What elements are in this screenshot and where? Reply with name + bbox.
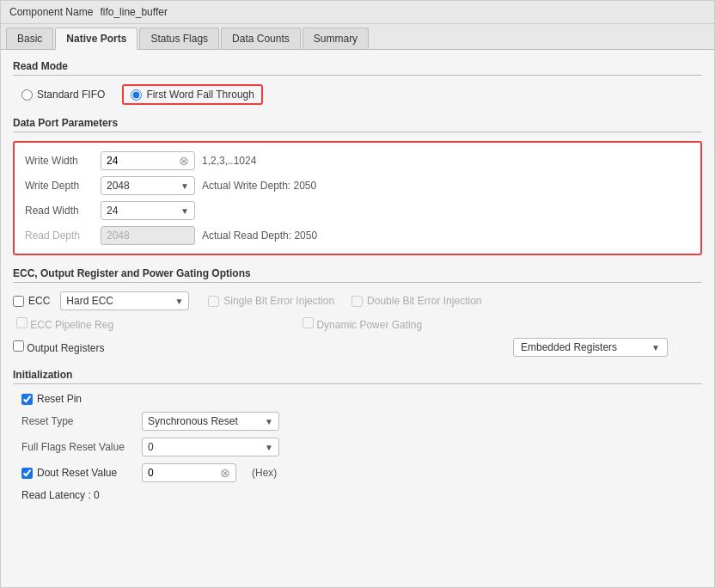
read-mode-title: Read Mode bbox=[13, 60, 702, 76]
double-bit-checkbox bbox=[351, 296, 363, 307]
tab-summary[interactable]: Summary bbox=[302, 28, 369, 49]
write-width-clear-icon[interactable]: ⊗ bbox=[179, 155, 189, 167]
ecc-checkbox-label[interactable]: ECC bbox=[13, 295, 50, 307]
dynamic-power-checkbox bbox=[302, 317, 314, 328]
write-width-row: Write Width ⊗ 1,2,3,..1024 bbox=[25, 151, 690, 170]
dout-reset-text: Dout Reset Value bbox=[37, 467, 117, 479]
embedded-registers-arrow-icon: ▼ bbox=[651, 343, 660, 352]
full-flags-value: 0 bbox=[148, 441, 154, 453]
ecc-title: ECC, Output Register and Power Gating Op… bbox=[13, 267, 702, 283]
tab-status-flags[interactable]: Status Flags bbox=[139, 28, 219, 49]
dout-reset-hint: (Hex) bbox=[252, 467, 277, 479]
output-registers-text: Output Registers bbox=[27, 342, 104, 354]
read-mode-radio-group: Standard FIFO First Word Fall Through bbox=[21, 84, 702, 105]
dynamic-power-text: Dynamic Power Gating bbox=[316, 319, 422, 331]
reset-pin-text: Reset Pin bbox=[37, 393, 82, 405]
full-flags-dropdown[interactable]: 0 ▼ bbox=[142, 438, 279, 456]
embedded-registers-dropdown[interactable]: Embedded Registers ▼ bbox=[513, 338, 668, 357]
dout-reset-checkbox[interactable] bbox=[21, 468, 33, 479]
ecc-type-dropdown[interactable]: Hard ECC ▼ bbox=[60, 291, 189, 310]
dout-reset-input-wrap[interactable]: ⊗ bbox=[142, 463, 236, 482]
output-registers-checkbox[interactable] bbox=[13, 340, 24, 352]
reset-pin-row: Reset Pin bbox=[13, 393, 702, 405]
dout-reset-input[interactable] bbox=[148, 467, 214, 479]
single-bit-text: Single Bit Error Injection bbox=[223, 295, 334, 307]
radio-standard-fifo-label: Standard FIFO bbox=[37, 89, 105, 101]
full-flags-arrow-icon: ▼ bbox=[265, 443, 273, 452]
title-bar: Component Name fifo_line_buffer bbox=[1, 1, 714, 24]
ecc-type-arrow-icon: ▼ bbox=[174, 297, 183, 306]
read-width-row: Read Width 24 ▼ bbox=[25, 201, 690, 220]
radio-standard-fifo-input[interactable] bbox=[21, 89, 33, 101]
single-bit-label: Single Bit Error Injection bbox=[208, 295, 334, 307]
radio-standard-fifo[interactable]: Standard FIFO bbox=[21, 89, 105, 101]
read-width-value: 24 bbox=[107, 205, 118, 217]
ecc-type-value: Hard ECC bbox=[66, 295, 113, 307]
reset-pin-label[interactable]: Reset Pin bbox=[21, 393, 82, 405]
tab-basic[interactable]: Basic bbox=[6, 28, 53, 49]
read-latency-text: Read Latency : 0 bbox=[21, 489, 100, 501]
output-registers-row: Output Registers Embedded Registers ▼ bbox=[13, 338, 702, 357]
single-bit-checkbox bbox=[208, 296, 219, 307]
ecc-row-2: ECC Pipeline Reg Dynamic Power Gating bbox=[16, 317, 702, 331]
output-registers-label[interactable]: Output Registers bbox=[13, 340, 104, 354]
data-port-section: Data Port Parameters Write Width ⊗ 1,2,3… bbox=[13, 117, 702, 255]
reset-type-value: Synchronous Reset bbox=[148, 415, 238, 427]
reset-type-dropdown[interactable]: Synchronous Reset ▼ bbox=[142, 412, 279, 431]
write-width-hint: 1,2,3,..1024 bbox=[202, 155, 256, 167]
dout-reset-row: Dout Reset Value ⊗ (Hex) bbox=[13, 463, 702, 482]
read-depth-input bbox=[107, 230, 173, 242]
read-depth-label: Read Depth bbox=[25, 230, 94, 242]
write-depth-hint: Actual Write Depth: 2050 bbox=[202, 180, 316, 192]
write-depth-dropdown[interactable]: 2048 ▼ bbox=[101, 176, 195, 195]
reset-type-arrow-icon: ▼ bbox=[265, 417, 273, 426]
embedded-registers-value: Embedded Registers bbox=[521, 341, 617, 353]
ecc-row-1: ECC Hard ECC ▼ Single Bit Error Injectio… bbox=[13, 291, 702, 310]
read-mode-section: Read Mode Standard FIFO First Word Fall … bbox=[13, 60, 702, 105]
initialization-section: Initialization Reset Pin Reset Type Sync… bbox=[13, 369, 702, 501]
write-depth-arrow-icon: ▼ bbox=[180, 181, 189, 191]
tab-native-ports[interactable]: Native Ports bbox=[55, 28, 138, 50]
read-width-label: Read Width bbox=[25, 205, 94, 217]
initialization-title: Initialization bbox=[13, 369, 702, 384]
double-bit-label: Double Bit Error Injection bbox=[351, 295, 481, 307]
data-port-title: Data Port Parameters bbox=[13, 117, 702, 132]
data-port-box: Write Width ⊗ 1,2,3,..1024 Write Depth 2… bbox=[13, 141, 702, 255]
full-flags-reset-row: Full Flags Reset Value 0 ▼ bbox=[13, 438, 702, 456]
radio-first-word-input[interactable] bbox=[131, 89, 142, 101]
reset-type-label: Reset Type bbox=[21, 415, 133, 427]
write-depth-value: 2048 bbox=[107, 180, 130, 192]
ecc-checkbox[interactable] bbox=[13, 296, 24, 307]
write-depth-label: Write Depth bbox=[25, 180, 94, 192]
read-width-arrow-icon: ▼ bbox=[180, 206, 189, 216]
ecc-pipeline-label: ECC Pipeline Reg bbox=[16, 317, 113, 331]
content-area: Read Mode Standard FIFO First Word Fall … bbox=[1, 50, 714, 524]
read-depth-row: Read Depth Actual Read Depth: 2050 bbox=[25, 226, 690, 245]
write-depth-row: Write Depth 2048 ▼ Actual Write Depth: 2… bbox=[25, 176, 690, 195]
read-depth-hint: Actual Read Depth: 2050 bbox=[202, 230, 317, 242]
read-latency-row: Read Latency : 0 bbox=[13, 489, 702, 501]
radio-first-word[interactable]: First Word Fall Through bbox=[122, 84, 263, 105]
write-width-input[interactable] bbox=[107, 155, 173, 167]
ecc-pipeline-checkbox bbox=[16, 317, 28, 328]
read-width-dropdown[interactable]: 24 ▼ bbox=[101, 201, 195, 220]
ecc-label-text: ECC bbox=[28, 295, 50, 307]
dout-reset-clear-icon[interactable]: ⊗ bbox=[220, 467, 230, 479]
write-width-input-wrap[interactable]: ⊗ bbox=[101, 151, 195, 170]
write-width-label: Write Width bbox=[25, 155, 94, 167]
tab-data-counts[interactable]: Data Counts bbox=[221, 28, 301, 49]
radio-first-word-label: First Word Fall Through bbox=[146, 89, 254, 101]
full-flags-label: Full Flags Reset Value bbox=[21, 441, 133, 453]
main-window: Component Name fifo_line_buffer Basic Na… bbox=[0, 0, 715, 588]
reset-pin-checkbox[interactable] bbox=[21, 394, 33, 405]
double-bit-text: Double Bit Error Injection bbox=[367, 295, 481, 307]
ecc-pipeline-text: ECC Pipeline Reg bbox=[30, 319, 113, 331]
dout-reset-label[interactable]: Dout Reset Value bbox=[21, 467, 133, 479]
dynamic-power-label: Dynamic Power Gating bbox=[302, 317, 422, 331]
tabs-bar: Basic Native Ports Status Flags Data Cou… bbox=[1, 24, 714, 50]
component-name-value: fifo_line_buffer bbox=[100, 6, 168, 18]
read-depth-input-wrap bbox=[101, 226, 195, 245]
ecc-section: ECC, Output Register and Power Gating Op… bbox=[13, 267, 702, 357]
reset-type-row: Reset Type Synchronous Reset ▼ bbox=[13, 412, 702, 431]
ecc-options-right: Single Bit Error Injection Double Bit Er… bbox=[208, 295, 481, 307]
